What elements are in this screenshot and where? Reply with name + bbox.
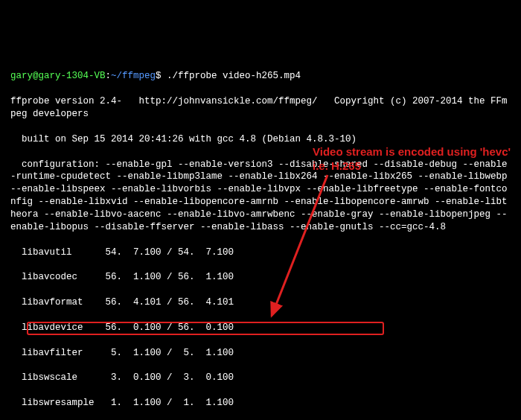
lib-swscale: libswscale 3. 0.100 / 3. 0.100	[10, 372, 511, 384]
annotation-line-1: Video stream is encoded using 'hevc'	[313, 145, 511, 159]
output-built: built on Sep 15 2014 20:41:26 with gcc 4…	[10, 133, 511, 146]
lib-avfilter: libavfilter 5. 1.100 / 5. 1.100	[10, 347, 511, 360]
prompt-line-1: gary@gary-1304-VB:~/ffmpeg$ ./ffprobe vi…	[10, 70, 511, 83]
output-version: ffprobe version 2.4- http://johnvansickl…	[10, 95, 511, 121]
annotation-line-2: i.e. H.265	[313, 159, 511, 174]
lib-avformat: libavformat 56. 4.101 / 56. 4.101	[10, 296, 511, 309]
lib-avutil: libavutil 54. 7.100 / 54. 7.100	[10, 246, 511, 259]
lib-avcodec: libavcodec 56. 1.100 / 56. 1.100	[10, 271, 511, 284]
annotation-callout: Video stream is encoded using 'hevc' i.e…	[313, 145, 511, 174]
lib-swresample: libswresample 1. 1.100 / 1. 1.100	[10, 397, 511, 410]
highlight-box	[27, 322, 384, 335]
prompt-path: ~/ffmpeg	[111, 71, 156, 81]
prompt-user: gary@gary-1304-VB	[10, 71, 106, 81]
command-text: ./ffprobe video-h265.mp4	[167, 71, 301, 81]
